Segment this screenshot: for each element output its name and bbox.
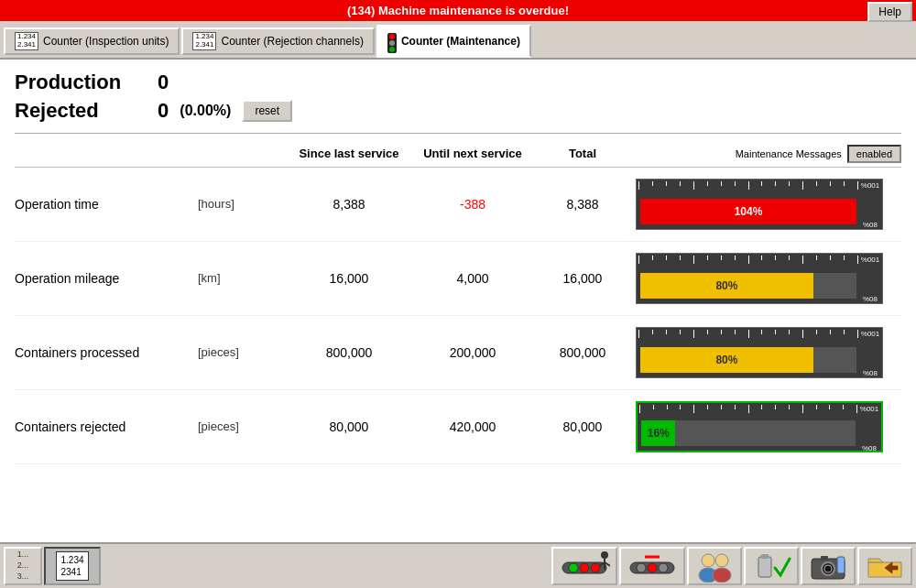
taskbar-list-icon[interactable]: 1... 2... 3... — [4, 547, 42, 585]
taskbar-folder[interactable] — [857, 547, 912, 585]
row-containers-rejected-until: 420,000 — [409, 419, 537, 434]
tools-check-icon — [751, 550, 791, 583]
tab-maintenance-label: Counter (Maintenance) — [401, 35, 520, 48]
svg-point-10 — [648, 563, 657, 572]
enabled-badge: enabled — [847, 145, 901, 163]
tab-rejection-label: Counter (Rejection channels) — [221, 35, 363, 48]
tab-bar: 1.2342.341 Counter (Inspection units) 1.… — [0, 21, 916, 60]
svg-point-3 — [591, 563, 600, 572]
svg-point-13 — [702, 554, 714, 567]
taskbar-counter-display[interactable]: 1.234 2341 — [44, 547, 101, 585]
col-until-header: Until next service — [409, 147, 537, 160]
gauge-ticks-2 — [638, 256, 858, 270]
taskbar-camera[interactable] — [801, 547, 856, 585]
row-operation-mileage-name: Operation mileage — [15, 271, 198, 286]
rejected-pct: (0.00%) — [180, 101, 231, 121]
gauge-containers-processed: %001 %08 80% — [636, 327, 883, 378]
separator — [15, 133, 901, 134]
alert-bar: (134) Machine maintenance is overdue! He… — [0, 0, 916, 21]
gauge-track-1: 104% — [640, 199, 856, 224]
tab-inspection-label: Counter (Inspection units) — [43, 35, 169, 48]
row-operation-mileage-until: 4,000 — [409, 271, 537, 286]
taskbar: 1... 2... 3... 1.234 2341 — [0, 542, 916, 588]
svg-point-15 — [715, 554, 728, 567]
row-containers-rejected-unit: [pieces] — [198, 419, 289, 433]
row-operation-time-name: Operation time — [15, 197, 198, 212]
production-value: 0 — [158, 69, 292, 97]
conveyor-stop-icon — [627, 550, 678, 583]
row-containers-processed-name: Containers processed — [15, 345, 198, 360]
tab-inspection[interactable]: 1.2342.341 Counter (Inspection units) — [4, 27, 180, 55]
traffic-conveyor-icon — [559, 550, 610, 583]
users-icon — [694, 550, 735, 583]
camera-icon — [808, 550, 848, 583]
row-containers-rejected-total: 80,000 — [537, 419, 628, 434]
production-header: Production Rejected 0 0 (0.00%) reset — [15, 69, 901, 125]
row-operation-time-until: -388 — [409, 197, 537, 212]
gauge-bar-2: 80% — [640, 273, 813, 299]
svg-point-1 — [569, 563, 578, 572]
row-containers-processed: Containers processed [pieces] 800,000 20… — [15, 316, 901, 390]
row-operation-mileage-unit: [km] — [198, 271, 289, 285]
taskbar-tools[interactable] — [744, 547, 799, 585]
svg-rect-17 — [758, 557, 771, 577]
gauge-track-3: 80% — [640, 347, 856, 373]
gauge-containers-rejected: %001 %08 16% — [636, 401, 883, 452]
gauge-bar-1: 104% — [640, 199, 856, 224]
gauge-track-2: 80% — [640, 273, 856, 299]
svg-point-4 — [601, 551, 608, 559]
svg-point-11 — [659, 563, 668, 572]
counter-icon-rejection: 1.2342.341 — [192, 32, 216, 50]
metrics-area: Since last service Until next service To… — [15, 141, 901, 464]
row-containers-rejected: Containers rejected [pieces] 80,000 420,… — [15, 390, 901, 464]
row-containers-processed-since: 800,000 — [289, 345, 409, 360]
gauge-scale-labels-2: %001 %08 — [860, 256, 880, 303]
taskbar-conveyor-stop[interactable] — [619, 547, 685, 585]
gauge-operation-mileage: %001 %08 80% — [636, 253, 883, 304]
row-operation-time-total: 8,388 — [537, 197, 628, 212]
alert-message: (134) Machine maintenance is overdue! — [347, 4, 569, 17]
gauge-scale-labels-4: %001 %08 — [859, 405, 879, 452]
svg-point-9 — [637, 563, 646, 572]
gauge-ticks-3 — [638, 330, 858, 344]
taskbar-traffic-conveyor[interactable] — [551, 547, 617, 585]
col-total-header: Total — [537, 147, 628, 160]
gauge-ticks-1 — [638, 181, 858, 196]
gauge-bar-3: 80% — [640, 347, 813, 373]
gauge-bar-4: 16% — [641, 420, 675, 446]
main-content: Production Rejected 0 0 (0.00%) reset Si… — [0, 60, 916, 572]
row-containers-rejected-since: 80,000 — [289, 419, 409, 434]
gauge-ticks-4 — [639, 405, 857, 419]
row-operation-time-since: 8,388 — [289, 197, 409, 212]
counter-icon-inspection: 1.2342.341 — [15, 32, 38, 50]
col-since-header: Since last service — [289, 147, 409, 160]
maintenance-messages-label: Maintenance Messages — [736, 148, 842, 159]
svg-point-21 — [824, 565, 832, 572]
svg-rect-18 — [761, 554, 769, 559]
gauge-operation-time: %001 %08 104% — [636, 179, 883, 230]
svg-point-16 — [713, 568, 731, 583]
row-containers-rejected-name: Containers rejected — [15, 419, 198, 434]
svg-rect-23 — [837, 557, 845, 573]
svg-point-2 — [580, 563, 589, 572]
tab-maintenance[interactable]: Counter (Maintenance) — [376, 25, 531, 58]
reset-button[interactable]: reset — [242, 100, 292, 122]
production-label: Production — [15, 69, 121, 97]
row-containers-processed-unit: [pieces] — [198, 345, 289, 359]
svg-rect-22 — [821, 556, 828, 561]
rejected-value: 0 — [158, 97, 169, 125]
counter-display-value: 1.234 2341 — [56, 551, 88, 581]
gauge-scale-labels-1: %001 %08 — [860, 181, 880, 229]
folder-icon — [865, 550, 905, 583]
help-button[interactable]: Help — [867, 2, 912, 22]
gauge-scale-labels-3: %001 %08 — [860, 330, 880, 377]
row-operation-mileage-total: 16,000 — [537, 271, 628, 286]
gauge-track-4: 16% — [641, 420, 856, 446]
row-containers-processed-until: 200,000 — [409, 345, 537, 360]
tab-rejection[interactable]: 1.2342.341 Counter (Rejection channels) — [181, 27, 374, 55]
row-operation-time: Operation time [hours] 8,388 -388 8,388 … — [15, 168, 901, 242]
traffic-light-icon — [387, 29, 397, 53]
rejected-label: Rejected — [15, 97, 121, 125]
taskbar-users[interactable] — [687, 547, 742, 585]
row-containers-processed-total: 800,000 — [537, 345, 628, 360]
